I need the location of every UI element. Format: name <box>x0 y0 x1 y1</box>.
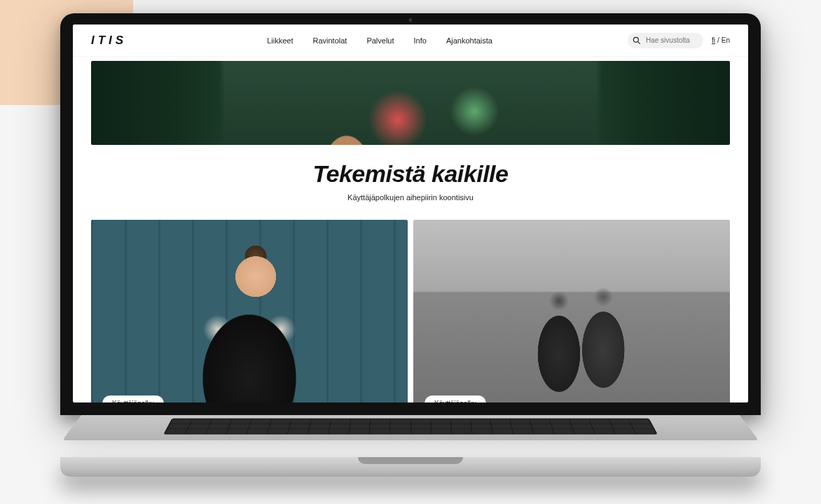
search-icon <box>632 36 642 46</box>
svg-point-0 <box>633 37 638 42</box>
laptop-screen: ITIS Liikkeet Ravintolat Palvelut Info A… <box>73 24 748 402</box>
card-badge[interactable]: Käyttäjäpolku <box>102 396 164 402</box>
laptop-camera <box>409 18 413 22</box>
laptop-base <box>60 457 761 477</box>
lang-separator: / <box>717 36 719 44</box>
search-field-wrap[interactable] <box>628 33 703 48</box>
nav-ajankohtaista[interactable]: Ajankohtaista <box>446 36 492 45</box>
laptop-keyboard <box>163 419 658 435</box>
laptop-mockup: ITIS Liikkeet Ravintolat Palvelut Info A… <box>60 13 761 477</box>
page-title: Tekemistä kaikille <box>73 160 748 188</box>
search-input[interactable] <box>646 36 695 44</box>
svg-line-1 <box>637 41 640 43</box>
nav-ravintolat[interactable]: Ravintolat <box>312 36 347 45</box>
site-header: ITIS Liikkeet Ravintolat Palvelut Info A… <box>73 24 748 57</box>
nav-liikkeet[interactable]: Liikkeet <box>267 36 293 45</box>
laptop-keyboard-deck <box>62 415 759 440</box>
site-logo[interactable]: ITIS <box>91 34 127 48</box>
page-subtitle: Käyttäjäpolkujen aihepiirin koontisivu <box>73 193 748 202</box>
lang-en[interactable]: En <box>722 36 730 44</box>
card-grid: Käyttäjäpolku Käyttäjäpolku <box>73 220 748 402</box>
lang-fi[interactable]: fi <box>712 36 715 44</box>
nav-info[interactable]: Info <box>414 36 427 45</box>
main-nav: Liikkeet Ravintolat Palvelut Info Ajanko… <box>267 36 492 45</box>
card-user-journey-2[interactable]: Käyttäjäpolku <box>413 220 730 402</box>
laptop-screen-bezel: ITIS Liikkeet Ravintolat Palvelut Info A… <box>60 13 761 415</box>
hero-image <box>91 61 730 145</box>
nav-palvelut[interactable]: Palvelut <box>366 36 394 45</box>
header-right-tools: fi / En <box>628 33 730 48</box>
card-user-journey-1[interactable]: Käyttäjäpolku <box>91 220 408 402</box>
card-badge[interactable]: Käyttäjäpolku <box>425 396 486 402</box>
title-section: Tekemistä kaikille Käyttäjäpolkujen aihe… <box>73 145 748 220</box>
language-switcher: fi / En <box>712 36 730 44</box>
